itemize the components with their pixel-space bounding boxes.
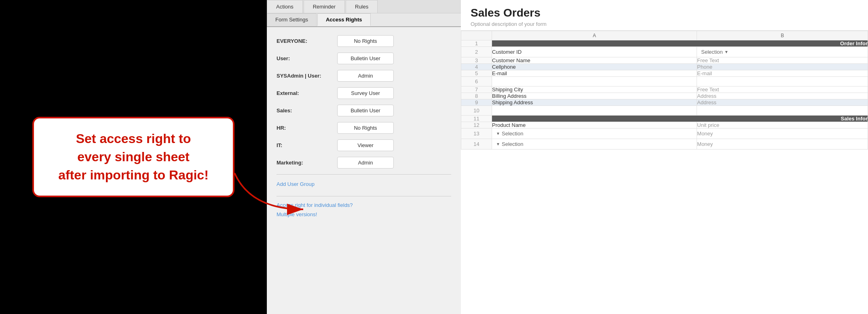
tabs-row-1: Actions Reminder Rules [267,0,461,13]
cell-label: Shipping Address [492,99,697,106]
row-num: 8 [461,93,492,99]
cell-type: Phone [697,64,868,70]
right-panel: Sales Orders Optional description of you… [461,0,868,314]
spreadsheet-container[interactable]: A B 1 Order Infor 2 Customer ID Selectio… [461,31,868,314]
access-button-hr[interactable]: No Rights [337,122,394,134]
section-header-order: Order Infor [492,40,868,47]
right-header: Sales Orders Optional description of you… [461,0,868,31]
col-header-a: A [492,31,697,40]
dropdown-arrow-icon: ▼ [496,142,500,146]
cell-label: Cellphone [492,64,697,70]
cell-type: E-mail [697,70,868,77]
row-num: 12 [461,122,492,129]
dropdown-arrow-icon: ▼ [724,50,729,54]
access-button-everyone[interactable]: No Rights [337,35,394,47]
cell-type: Free Text [697,57,868,64]
access-label-sysadmin: SYSAdmin | User: [277,73,337,79]
cell-label: Customer Name [492,57,697,64]
row-num: 14 [461,139,492,150]
cell-label: Shipping City [492,86,697,93]
row-num: 5 [461,70,492,77]
access-row-marketing: Marketing: Admin [277,157,451,169]
access-button-external[interactable]: Survey User [337,87,394,99]
cell-type: Address [697,99,868,106]
tab-access-rights[interactable]: Access Rights [317,13,371,26]
access-label-user: User: [277,55,337,61]
cell-label: E-mail [492,70,697,77]
page-title: Sales Orders [471,6,858,19]
row-num: 10 [461,106,492,116]
row-num: 2 [461,47,492,57]
row-num: 6 [461,77,492,86]
cell-type: Money [697,139,868,150]
tab-actions[interactable]: Actions [267,0,303,13]
table-row: 5 E-mail E-mail [461,70,868,77]
corner-cell [461,31,492,40]
access-button-sales[interactable]: Bulletin User [337,105,394,116]
row-num: 3 [461,57,492,64]
access-label-marketing: Marketing: [277,160,337,166]
annotation-text: Set access right to every single sheet a… [47,130,220,184]
table-row: 3 Customer Name Free Text [461,57,868,64]
access-label-external: External: [277,90,337,96]
tab-form-settings[interactable]: Form Settings [267,13,317,26]
access-button-marketing[interactable]: Admin [337,157,394,169]
section-header-sales: Sales Infor [492,116,868,122]
table-row: 10 [461,106,868,116]
cell-type [697,106,868,116]
table-row: 14 ▼ Selection Money [461,139,868,150]
access-row-it: IT: Viewer [277,139,451,151]
cell-type: Unit price [697,122,868,129]
cell-type: Selection ▼ [697,47,868,57]
table-row: 13 ▼ Selection Money [461,129,868,139]
cell-type [697,77,868,86]
row-num: 7 [461,86,492,93]
tab-rules[interactable]: Rules [346,0,378,13]
table-row: 1 Order Infor [461,40,868,47]
access-label-it: IT: [277,142,337,148]
access-row-sysadmin: SYSAdmin | User: Admin [277,70,451,82]
access-button-sysadmin[interactable]: Admin [337,70,394,82]
arrow-indicator [230,169,311,217]
middle-panel: Actions Reminder Rules Form Settings Acc… [267,0,461,314]
page-subtitle: Optional description of your form [471,21,858,27]
cell-label: ▼ Selection [492,129,697,139]
table-row: 7 Shipping City Free Text [461,86,868,93]
spreadsheet-table: A B 1 Order Infor 2 Customer ID Selectio… [461,31,868,150]
access-row-user: User: Bulletin User [277,53,451,64]
row-num: 1 [461,40,492,47]
table-row: 6 [461,77,868,86]
table-row: 11 Sales Infor [461,116,868,122]
cell-label [492,106,697,116]
access-label-sales: Sales: [277,107,337,114]
row-num: 13 [461,129,492,139]
cell-label: Billing Address [492,93,697,99]
table-row: 2 Customer ID Selection ▼ [461,47,868,57]
access-label-hr: HR: [277,125,337,131]
cell-type: Free Text [697,86,868,93]
access-row-sales: Sales: Bulletin User [277,105,451,116]
access-label-everyone: EVERYONE: [277,38,337,44]
access-button-it[interactable]: Viewer [337,139,394,151]
row-num: 11 [461,116,492,122]
dropdown-arrow-icon: ▼ [496,131,500,136]
access-row-external: External: Survey User [277,87,451,99]
col-header-b: B [697,31,868,40]
cell-label [492,77,697,86]
row-num: 9 [461,99,492,106]
table-row: 12 Product Name Unit price [461,122,868,129]
column-headers: A B [461,31,868,40]
tabs-row-2: Form Settings Access Rights [267,13,461,27]
cell-label: Customer ID [492,47,697,57]
cell-label: ▼ Selection [492,139,697,150]
tab-reminder[interactable]: Reminder [304,0,345,13]
table-row: 8 Billing Address Address [461,93,868,99]
cell-label: Product Name [492,122,697,129]
access-button-user[interactable]: Bulletin User [337,53,394,64]
row-num: 4 [461,64,492,70]
access-row-everyone: EVERYONE: No Rights [277,35,451,47]
table-row: 4 Cellphone Phone [461,64,868,70]
table-row: 9 Shipping Address Address [461,99,868,106]
cell-type: Address [697,93,868,99]
left-panel: Set access right to every single sheet a… [0,0,267,314]
